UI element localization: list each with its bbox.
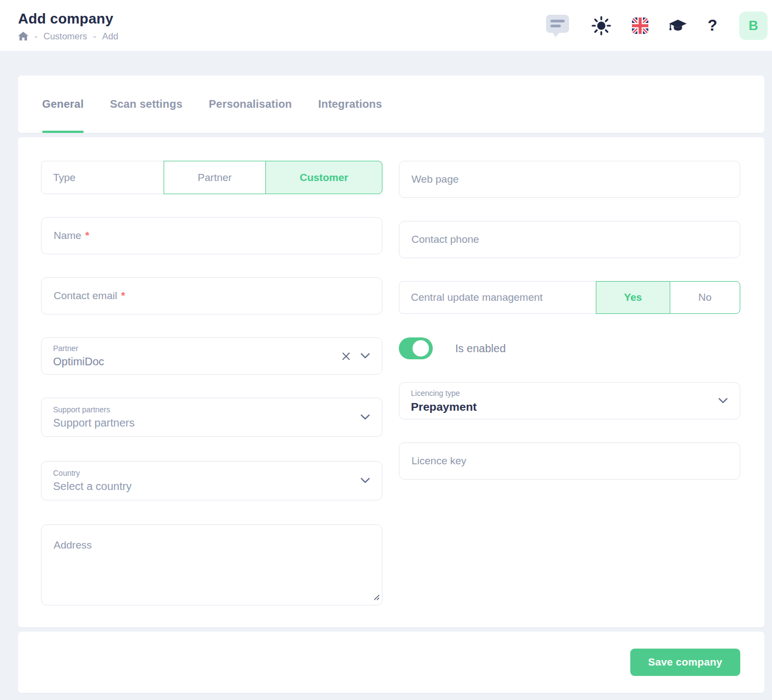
licencing-type-label: Licencing type <box>411 389 707 398</box>
tabs-bar: General Scan settings Personalisation In… <box>18 75 764 133</box>
licence-key-field <box>399 442 740 480</box>
clear-icon[interactable] <box>341 352 351 361</box>
contact-phone-field <box>399 221 740 258</box>
country-select[interactable]: Country Select a country <box>41 461 382 500</box>
partner-select-value: OptimiDoc <box>53 355 104 368</box>
address-textarea[interactable] <box>42 525 382 605</box>
tab-integrations[interactable]: Integrations <box>318 75 382 133</box>
address-field <box>41 524 382 605</box>
support-partners-select[interactable]: Support partners Support partners <box>41 398 382 437</box>
name-field: Name* <box>41 217 382 254</box>
breadcrumb: - Customers - Add <box>18 31 118 42</box>
contact-phone-input[interactable] <box>399 221 740 258</box>
toggle-knob <box>413 340 429 357</box>
contact-email-field: Contact email* <box>41 277 382 314</box>
is-enabled-toggle[interactable] <box>399 337 433 359</box>
help-icon[interactable]: ? <box>707 18 717 33</box>
avatar[interactable]: B <box>739 11 768 40</box>
breadcrumb-separator: - <box>93 31 96 42</box>
avatar-initial: B <box>748 18 758 33</box>
tutorial-graduation-cap-icon[interactable] <box>669 18 687 33</box>
chat-feedback-icon[interactable] <box>545 13 571 38</box>
chevron-down-icon <box>360 351 370 361</box>
support-partners-label: Support partners <box>53 405 349 414</box>
app-header: Add company - Customers - Add <box>0 0 772 51</box>
licence-key-input[interactable] <box>399 443 740 479</box>
contact-email-input[interactable] <box>42 278 382 314</box>
country-label: Country <box>53 469 349 477</box>
tab-scan-settings[interactable]: Scan settings <box>110 75 183 133</box>
web-page-input[interactable] <box>399 161 740 197</box>
central-update-label: Central update management <box>399 291 543 304</box>
language-uk-flag-icon[interactable] <box>632 18 648 34</box>
is-enabled-label: Is enabled <box>455 342 506 355</box>
tab-personalisation[interactable]: Personalisation <box>209 75 292 133</box>
breadcrumb-add: Add <box>102 31 118 42</box>
breadcrumb-customers[interactable]: Customers <box>44 31 88 42</box>
partner-select-label: Partner <box>53 344 349 353</box>
company-form: Type Partner Customer Name* Contact emai… <box>18 137 764 627</box>
licencing-type-select[interactable]: Licencing type Prepayment <box>399 382 740 419</box>
is-enabled-row: Is enabled <box>399 337 740 359</box>
question-mark-icon: ? <box>707 18 717 33</box>
type-option-customer[interactable]: Customer <box>265 161 382 194</box>
licencing-type-value: Prepayment <box>411 400 477 413</box>
save-company-button[interactable]: Save company <box>630 649 740 676</box>
type-option-partner[interactable]: Partner <box>164 161 266 194</box>
chevron-down-icon <box>718 396 728 406</box>
chevron-down-icon <box>360 412 370 422</box>
partner-select[interactable]: Partner OptimiDoc <box>41 337 382 375</box>
country-placeholder: Select a country <box>53 480 131 492</box>
support-partners-placeholder: Support partners <box>53 417 135 429</box>
web-page-field <box>399 161 740 198</box>
home-icon[interactable] <box>18 32 28 41</box>
theme-sun-icon[interactable] <box>591 15 612 36</box>
central-update-field: Central update management Yes No <box>399 281 740 314</box>
breadcrumb-separator: - <box>34 31 38 42</box>
central-update-no[interactable]: No <box>670 281 740 314</box>
type-field: Type Partner Customer <box>41 161 382 194</box>
central-update-yes[interactable]: Yes <box>596 281 670 314</box>
tab-general[interactable]: General <box>42 75 84 133</box>
name-input[interactable] <box>42 218 382 254</box>
form-footer: Save company <box>18 632 764 693</box>
type-label: Type <box>42 172 76 184</box>
chevron-down-icon <box>360 476 370 486</box>
page-title: Add company <box>18 10 118 27</box>
